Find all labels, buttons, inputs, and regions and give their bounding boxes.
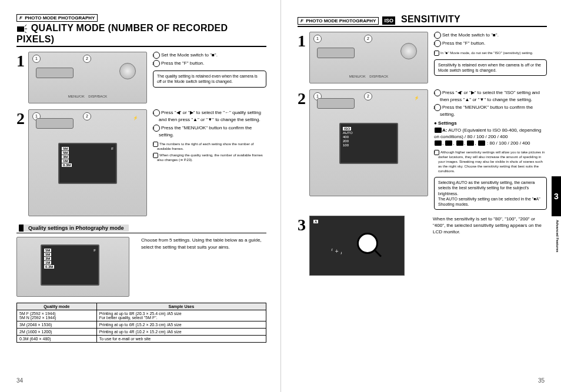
step1b: Press the "F" button. [442,41,485,46]
title-bar-left: QUALITY MODE (NUMBER OF RECORDED PIXELS) [16,23,266,47]
page-right: F PHOTO MODE PHOTOGRAPHY ISO SENSITIVITY… [280,0,561,392]
table-row: 2M (1600 × 1200)Printing at up to 4R (10… [17,329,266,336]
step-number: 1 [298,33,309,49]
subheading: Quality settings in Photography mode [16,223,266,233]
chapter-tab: 3 [552,176,561,216]
step-1-left: 1 12 MENU/OK DISP/BACK 1Set the Mode swi… [16,52,266,103]
settings-heading: ● Settings [434,120,547,126]
note2: When changing the quality setting, the n… [157,153,263,162]
scene-icon [445,140,452,146]
scene-icon [435,140,442,146]
step1-note: !In "■" Movie mode, do not set the "ISO"… [434,51,547,56]
step2b: Press the "MENU/OK" button to confirm th… [159,125,252,138]
table-row: 5M F (2592 × 1944) 5M N (2592 × 1944)Pri… [17,310,266,321]
subhead-text: Quality settings in Photography mode [19,225,129,232]
settings-auto-line: A: AUTO (Equivalent to ISO 80-400, depen… [434,127,547,140]
step2b: Press the "MENU/OK" button to confirm th… [440,105,533,117]
step-2-illustration: 12 ⚡ 5MF 5M 3M 1M 0.3M [28,109,147,216]
step-1-illustration: 12 MENU/OK DISP/BACK [309,32,428,83]
step-2-right: 2 12 ⚡ ISO AUTO 400 200 100 1Press "◀" o… [298,89,547,210]
mode-tag-left: F PHOTO MODE PHOTOGRAPHY [16,14,98,22]
chapter-tab-label: Advanced Features [556,220,559,252]
step-1-text: 1Set the Mode switch to "■". 2Press the … [434,32,547,76]
f-icon: F [300,18,303,24]
step2a: Press "◀" or "▶" to select the "←" quali… [159,110,261,122]
table-row: 3M (2048 × 1536)Printing at up to 6R (15… [17,321,266,329]
th-uses: Sample Uses [96,303,266,310]
mode-tag-text: PHOTO MODE PHOTOGRAPHY [306,18,376,24]
scene-icon [478,140,485,146]
title-bar-right: F PHOTO MODE PHOTOGRAPHY ISO SENSITIVITY [298,14,547,27]
th-mode: Quality mode [17,303,97,310]
step2a: Press "◀" or "▶" to select the "ISO" set… [440,90,540,102]
scene-icon [456,140,463,146]
auto-badge-icon: A [313,220,318,223]
quality-table-body: 5M F (2592 × 1944) 5M N (2592 × 1944)Pri… [17,310,266,343]
quality-title-icon [16,25,27,34]
step-2-text: 1Press "◀" or "▶" to select the "←" qual… [153,109,266,163]
step2-notes: !Although higher sensitivity settings wi… [434,150,547,173]
page-number-right: 35 [538,377,545,384]
step1-callout: The quality setting is retained even whe… [153,71,266,87]
step1-callout: Sensitivity is retained even when the ca… [434,59,547,76]
mode-tag-text: PHOTO MODE PHOTOGRAPHY [25,15,95,21]
step1a: Set the Mode switch to "■". [442,32,499,38]
page-left: F PHOTO MODE PHOTOGRAPHY QUALITY MODE (N… [0,0,280,392]
step-2-illustration: 12 ⚡ ISO AUTO 400 200 100 [309,89,428,196]
quality-table: Quality mode Sample Uses 5M F (2592 × 19… [16,303,266,343]
step-number: 3 [298,217,309,233]
step-2-left: 2 12 ⚡ 5MF 5M 3M 1M 0.3M 1Press "◀" or "… [16,109,266,216]
step-3-text: When the sensitivity is set to "80", "10… [433,216,547,236]
step-1-text: 1Set the Mode switch to "■". 2Press the … [153,52,266,87]
step-number: 2 [298,91,309,107]
quality-screen-illustration: 5MF 5M 3M 1M 0.3M [16,237,129,297]
quality-settings-block: 5MF 5M 3M 1M 0.3M Choose from 5 settings… [16,237,266,297]
mode-tag-right: F PHOTO MODE PHOTOGRAPHY [298,17,379,25]
manual-spread: F PHOTO MODE PHOTOGRAPHY QUALITY MODE (N… [0,0,561,392]
magnifier-icon [357,233,378,254]
subtext: Choose from 5 settings. Using the table … [141,237,266,297]
step-number: 2 [16,110,28,127]
page-number-left: 34 [16,377,23,384]
step2-callout: Selecting AUTO as the sensitivity settin… [434,177,547,209]
page-title-right: SENSITIVITY [401,14,460,25]
step1b: Press the "F" button. [161,61,204,66]
step1a: Set the Mode switch to "■". [161,52,218,58]
f-icon: F [19,15,22,21]
note1: Although higher sensitivity settings wil… [438,150,545,172]
step-3-right: 3 A ⸢ + ⸥ When the sensitivity is set to… [298,216,547,276]
lcd-illustration: A ⸢ + ⸥ [309,216,405,276]
step-2-text: 1Press "◀" or "▶" to select the "ISO" se… [434,89,547,210]
table-row: 0.3M (640 × 480)To use for e-mail or web… [17,336,266,343]
page-title-left: QUALITY MODE (NUMBER OF RECORDED PIXELS) [16,23,228,44]
step-1-illustration: 12 MENU/OK DISP/BACK [28,52,147,103]
note1: The numbers to the right of each setting… [157,142,253,150]
settings-icons-line: , , , , : 80 / 100 / 200 / 400 [434,140,547,146]
svg-rect-0 [17,26,24,32]
step-number: 1 [16,53,28,69]
crosshair-icon: ⸢ + ⸥ [331,248,342,254]
step2-notes: !The numbers to the right of each settin… [153,142,266,163]
note-text: In "■" Movie mode, do not set the "ISO" … [440,51,533,55]
iso-icon: ISO [382,16,395,25]
camera-auto-icon [435,128,442,133]
scene-icon [467,140,474,146]
step-1-right: 1 12 MENU/OK DISP/BACK 1Set the Mode swi… [298,32,547,83]
tab-number: 3 [554,192,559,201]
